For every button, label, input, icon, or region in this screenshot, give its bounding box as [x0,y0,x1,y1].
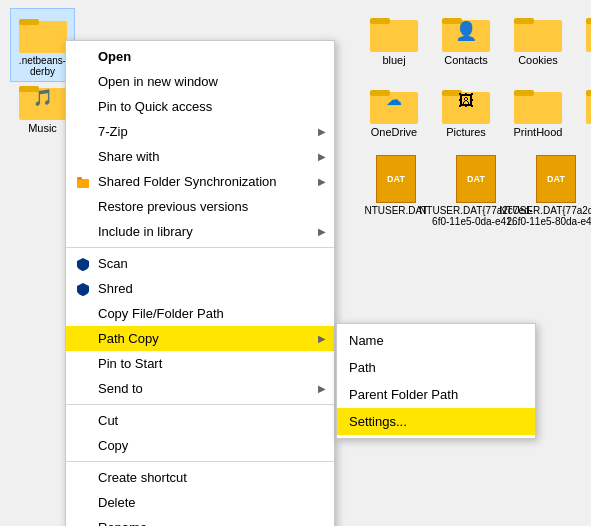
submenu-item-settings[interactable]: Settings... [337,408,535,435]
menu-item-label: Restore previous versions [98,199,248,214]
folder-label: Pictures [446,126,486,138]
menu-item-path-copy[interactable]: Path Copy ▶ [66,326,334,351]
menu-item-label: Create shortcut [98,470,187,485]
desktop: bluej 👤 Contacts Cookies [0,0,591,526]
svg-rect-6 [586,20,591,52]
menu-item-label: Copy [98,438,128,453]
menu-item-open[interactable]: Open [66,44,334,69]
folder-label: .netbeans-derby [15,55,70,77]
menu-item-shred[interactable]: Shred [66,276,334,301]
svg-rect-1 [370,18,390,24]
menu-separator-1 [66,247,334,248]
folder-onedrive[interactable]: ☁ OneDrive [360,80,428,142]
shared-folder-icon [74,173,92,191]
svg-rect-5 [514,18,534,24]
menu-item-label: Shred [98,281,133,296]
menu-item-label: Shared Folder Synchronization [98,174,277,189]
menu-item-send-to[interactable]: Send to ▶ [66,376,334,401]
submenu-item-label: Path [349,360,376,375]
folder-cookies[interactable]: Cookies [504,8,572,70]
menu-item-shared-folder-sync[interactable]: Shared Folder Synchronization ▶ [66,169,334,194]
menu-separator-3 [66,461,334,462]
svg-rect-7 [586,18,591,24]
arrow-icon: ▶ [318,151,326,162]
folder-contacts[interactable]: 👤 Contacts [432,8,500,70]
submenu-item-label: Name [349,333,384,348]
submenu-item-name[interactable]: Name [337,327,535,354]
arrow-icon: ▶ [318,226,326,237]
folder-label: bluej [382,54,405,66]
shield-scan-icon [74,255,92,273]
menu-item-label: Scan [98,256,128,271]
folder-icon [514,84,562,124]
menu-item-label: Path Copy [98,331,159,346]
svg-rect-21 [77,177,82,180]
menu-item-pin-start[interactable]: Pin to Start [66,351,334,376]
shield-shred-icon [74,280,92,298]
submenu-path-copy: Name Path Parent Folder Path Settings... [336,323,536,439]
menu-item-label: Open in new window [98,74,218,89]
folder-label: OneDrive [371,126,417,138]
folder-pictures[interactable]: 🖼 Pictures [432,80,500,142]
menu-item-label: Pin to Start [98,356,162,371]
folder-icon-selected [19,13,67,53]
menu-item-cut[interactable]: Cut [66,408,334,433]
folder-icon [586,84,591,124]
file-label: NTUSER.DAT [364,205,427,216]
svg-rect-20 [77,179,89,188]
folder-label: Contacts [444,54,487,66]
svg-rect-12 [514,92,562,124]
menu-item-label: Pin to Quick access [98,99,212,114]
svg-rect-16 [19,21,67,53]
menu-item-label: Copy File/Folder Path [98,306,224,321]
path-copy-container: Path Copy ▶ Name Path Parent Folder Path… [66,326,334,351]
menu-item-rename[interactable]: Rename [66,515,334,526]
menu-item-label: Rename [98,520,147,526]
svg-rect-14 [586,92,591,124]
menu-item-create-shortcut[interactable]: Create shortcut [66,465,334,490]
folder-label: PrintHood [514,126,563,138]
folder-label: Cookies [518,54,558,66]
menu-item-7zip[interactable]: 7-Zip ▶ [66,119,334,144]
file-ntuser-dat-3[interactable]: DAT NTUSER.DAT{77a2c7ed-26f0-11e5-80da-e… [520,155,591,227]
menu-item-open-new-window[interactable]: Open in new window [66,69,334,94]
svg-rect-15 [586,90,591,96]
arrow-icon: ▶ [318,176,326,187]
menu-item-label: Include in library [98,224,193,239]
folder-icon [370,12,418,52]
menu-item-share-with[interactable]: Share with ▶ [66,144,334,169]
menu-item-copy-file-path[interactable]: Copy File/Folder Path [66,301,334,326]
submenu-item-label: Parent Folder Path [349,387,458,402]
file-label: NTUSER.DAT{77a2c7ed-26f0-11e5-80da-e41..… [499,205,591,227]
folder-bluej[interactable]: bluej [360,8,428,70]
context-menu: Open Open in new window Pin to Quick acc… [65,40,335,526]
menu-item-scan[interactable]: Scan [66,251,334,276]
svg-rect-17 [19,19,39,25]
svg-rect-13 [514,90,534,96]
folder-label: Music [28,122,57,134]
menu-item-restore-previous[interactable]: Restore previous versions [66,194,334,219]
menu-item-label: Delete [98,495,136,510]
arrow-icon: ▶ [318,383,326,394]
arrow-icon: ▶ [318,126,326,137]
folder-r[interactable]: R... [576,80,591,142]
menu-item-delete[interactable]: Delete [66,490,334,515]
submenu-item-parent-folder-path[interactable]: Parent Folder Path [337,381,535,408]
folder-de[interactable]: De... [576,8,591,70]
menu-item-label: Cut [98,413,118,428]
svg-rect-0 [370,20,418,52]
menu-item-include-library[interactable]: Include in library ▶ [66,219,334,244]
menu-item-pin-quick[interactable]: Pin to Quick access [66,94,334,119]
menu-item-label: 7-Zip [98,124,128,139]
menu-item-copy[interactable]: Copy [66,433,334,458]
menu-item-label: Send to [98,381,143,396]
folder-printhood[interactable]: PrintHood [504,80,572,142]
svg-rect-4 [514,20,562,52]
menu-item-label: Share with [98,149,159,164]
submenu-item-label: Settings... [349,414,407,429]
folder-icon [586,12,591,52]
submenu-item-path[interactable]: Path [337,354,535,381]
folder-icon [514,12,562,52]
arrow-icon: ▶ [318,333,326,344]
menu-item-label: Open [98,49,131,64]
